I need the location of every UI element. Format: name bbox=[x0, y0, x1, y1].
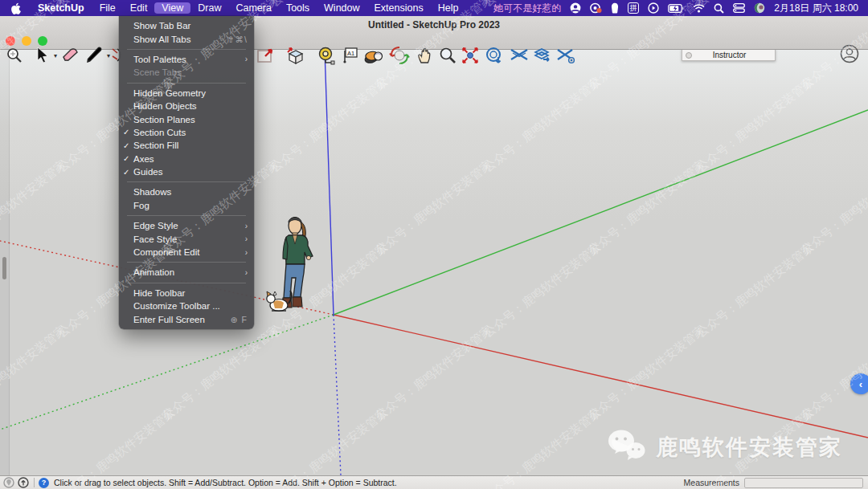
tape-measure-icon[interactable] bbox=[315, 45, 336, 66]
menu-item-fog[interactable]: Fog bbox=[119, 199, 254, 212]
menu-separator bbox=[127, 49, 246, 50]
menu-item-hide-toolbar[interactable]: Hide Toolbar bbox=[119, 287, 254, 300]
geolocation-icon[interactable] bbox=[3, 477, 14, 488]
menu-item-face-style[interactable]: Face Style› bbox=[119, 232, 254, 245]
section-fill-icon[interactable] bbox=[532, 45, 553, 66]
menu-item-section-planes[interactable]: Section Planes bbox=[119, 112, 254, 125]
pinyin-input-icon[interactable]: 拼 bbox=[628, 2, 639, 14]
help-icon[interactable]: ? bbox=[39, 478, 49, 488]
lock-icon[interactable] bbox=[611, 2, 619, 14]
menu-item-label: Shadows bbox=[133, 187, 248, 197]
menu-item-label: Guides bbox=[133, 167, 248, 177]
section-plane-icon[interactable] bbox=[484, 45, 505, 66]
submenu-chevron-icon: › bbox=[245, 248, 248, 257]
person-figure[interactable] bbox=[262, 214, 330, 320]
menu-item-label: Enter Full Screen bbox=[133, 315, 231, 324]
select-dropdown-caret[interactable]: ▾ bbox=[54, 52, 57, 59]
menu-item-shortcut: ⊕ F bbox=[231, 315, 248, 324]
menu-item-label: Hide Toolbar bbox=[133, 288, 248, 298]
menu-separator bbox=[127, 215, 246, 216]
menu-item-label: Tool Palettes bbox=[133, 55, 245, 64]
pan-hand-icon[interactable] bbox=[415, 45, 436, 66]
menu-item-show-tab-bar[interactable]: Show Tab Bar bbox=[119, 19, 254, 32]
section-display-icon[interactable] bbox=[555, 45, 576, 66]
account-avatar-icon[interactable] bbox=[839, 43, 860, 64]
menubar-item-extensions[interactable]: Extensions bbox=[367, 2, 431, 14]
menu-item-edge-style[interactable]: Edge Style› bbox=[119, 219, 254, 232]
menu-item-hidden-geometry[interactable]: Hidden Geometry bbox=[119, 87, 254, 100]
user-circle-icon[interactable] bbox=[570, 2, 581, 14]
paint-bucket-icon[interactable] bbox=[363, 45, 384, 66]
menu-item-label: Customize Toolbar ... bbox=[133, 301, 248, 311]
pencil-icon[interactable]: ▾ bbox=[84, 45, 104, 66]
menubar-item-tools[interactable]: Tools bbox=[279, 2, 317, 14]
play-circle-icon[interactable] bbox=[648, 2, 659, 14]
menu-item-section-fill[interactable]: ✓Section Fill bbox=[119, 139, 254, 152]
notification-dot-icon[interactable] bbox=[590, 2, 602, 14]
status-bar: ? Click or drag to select objects. Shift… bbox=[0, 475, 868, 489]
menubar-app-name[interactable]: SketchUp bbox=[30, 2, 92, 14]
menu-item-tool-palettes[interactable]: Tool Palettes› bbox=[119, 53, 254, 66]
menu-item-component-edit[interactable]: Component Edit› bbox=[119, 246, 254, 259]
tray-drag-handle[interactable] bbox=[2, 257, 6, 279]
menu-item-axes[interactable]: ✓Axes bbox=[119, 153, 254, 165]
rectangle-icon[interactable] bbox=[256, 45, 276, 66]
menu-item-label: Hidden Objects bbox=[133, 101, 248, 111]
menu-item-label: Axes bbox=[133, 154, 248, 164]
menu-item-label: Edge Style bbox=[133, 221, 245, 230]
menu-separator bbox=[127, 181, 246, 182]
menu-item-shadows[interactable]: Shadows bbox=[119, 185, 254, 198]
menubar-item-draw[interactable]: Draw bbox=[190, 2, 228, 14]
menu-item-enter-full-screen[interactable]: Enter Full Screen⊕ F bbox=[119, 312, 254, 325]
wifi-icon[interactable] bbox=[693, 4, 705, 13]
menu-item-scene-tabs: Scene Tabs bbox=[119, 66, 254, 79]
menu-separator bbox=[127, 283, 246, 283]
checkmark-icon: ✓ bbox=[123, 141, 133, 150]
menu-item-label: Show All Tabs bbox=[133, 35, 227, 44]
zoom-extents-icon[interactable] bbox=[460, 45, 481, 66]
menubar-item-window[interactable]: Window bbox=[317, 2, 366, 14]
menubar-status-text: 她可不是好惹的 bbox=[493, 2, 561, 15]
menu-separator bbox=[127, 83, 246, 84]
menu-item-customize-toolbar[interactable]: Customize Toolbar ... bbox=[119, 300, 254, 312]
menubar-clock[interactable]: 2月18日 周六 18:00 bbox=[774, 2, 858, 15]
display-icon[interactable] bbox=[733, 3, 745, 13]
menu-item-hidden-objects[interactable]: Hidden Objects bbox=[119, 100, 254, 112]
menu-item-animation[interactable]: Animation› bbox=[119, 266, 254, 279]
menubar-item-view[interactable]: View bbox=[154, 2, 190, 14]
moon-circle-icon[interactable] bbox=[754, 2, 765, 14]
submenu-chevron-icon: › bbox=[245, 55, 248, 63]
menu-item-label: Scene Tabs bbox=[133, 67, 248, 77]
menu-item-section-cuts[interactable]: ✓Section Cuts bbox=[119, 126, 254, 139]
select-arrow-icon[interactable]: ▾ bbox=[31, 45, 51, 66]
menubar-item-edit[interactable]: Edit bbox=[123, 2, 155, 14]
search-tool-icon[interactable] bbox=[4, 45, 25, 66]
menu-item-label: Section Cuts bbox=[133, 128, 248, 137]
svg-text:A1: A1 bbox=[347, 50, 354, 57]
measurements-input[interactable] bbox=[744, 478, 863, 488]
eraser-icon[interactable] bbox=[59, 45, 80, 66]
menubar-item-file[interactable]: File bbox=[92, 2, 123, 14]
menu-item-shortcut: ⇧⌘\ bbox=[227, 35, 248, 44]
claim-credit-icon[interactable] bbox=[18, 477, 29, 488]
search-icon[interactable] bbox=[714, 3, 724, 14]
section-cuts-icon[interactable] bbox=[509, 45, 530, 66]
checkmark-icon: ✓ bbox=[123, 154, 133, 163]
sidebar-toggle-button[interactable]: ‹ bbox=[850, 373, 868, 394]
menu-item-show-all-tabs[interactable]: Show All Tabs⇧⌘\ bbox=[119, 32, 254, 45]
statusbar-hint: Click or drag to select objects. Shift =… bbox=[54, 478, 397, 487]
pushpull-icon[interactable] bbox=[285, 45, 305, 66]
zoom-icon[interactable] bbox=[437, 45, 458, 66]
submenu-chevron-icon: › bbox=[245, 222, 248, 230]
submenu-chevron-icon: › bbox=[245, 234, 248, 243]
orbit-icon[interactable] bbox=[389, 45, 410, 66]
battery-icon[interactable] bbox=[668, 4, 684, 13]
menu-item-label: Animation bbox=[133, 267, 245, 277]
measurements-label: Measurements bbox=[684, 478, 739, 487]
menubar-item-camera[interactable]: Camera bbox=[228, 2, 278, 14]
menu-item-guides[interactable]: ✓Guides bbox=[119, 165, 254, 178]
apple-menu-icon[interactable] bbox=[0, 2, 30, 14]
menu-item-label: Section Planes bbox=[133, 115, 248, 124]
menubar-item-help[interactable]: Help bbox=[431, 2, 466, 14]
text-label-icon[interactable]: A1 bbox=[339, 45, 360, 66]
